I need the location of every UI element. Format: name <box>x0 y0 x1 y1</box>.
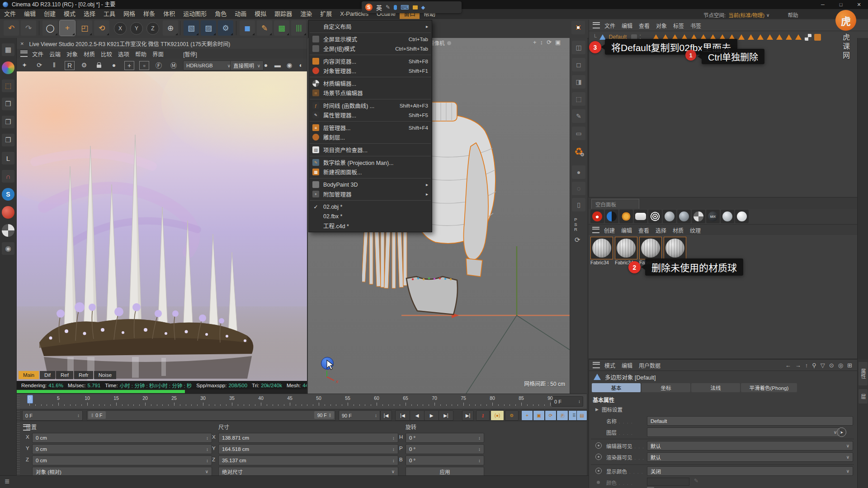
sphere-pair-icon[interactable]: ◉ <box>2 242 14 255</box>
polygon-selection-tag[interactable] <box>748 34 754 40</box>
menu-item-02.fbx *[interactable]: 02.fbx * <box>309 211 432 221</box>
select-显示颜色[interactable]: 关闭∨ <box>647 466 853 476</box>
puzzle-icon[interactable]: ◆ <box>421 5 425 10</box>
om-menu-对象[interactable]: 对象 <box>656 22 667 29</box>
box-stack-icon[interactable]: ❒ <box>2 98 14 110</box>
box2-icon[interactable]: ❒ <box>2 116 14 128</box>
tab-平滑着色(Phong)[interactable]: 平滑着色(Phong) <box>741 383 797 392</box>
menu-扩展[interactable]: 扩展 <box>316 9 336 19</box>
material-thumbnail[interactable] <box>664 237 686 259</box>
mic-icon[interactable] <box>394 5 397 10</box>
menu-动画[interactable]: 动画 <box>231 9 250 19</box>
camera-material-icon[interactable] <box>590 210 604 223</box>
checker-sphere-icon[interactable] <box>692 210 705 223</box>
paint-icon[interactable] <box>2 206 14 219</box>
sogou-icon[interactable]: S <box>365 4 373 11</box>
blank-panel-tab[interactable]: 空白面板 <box>591 199 639 209</box>
undo-icon[interactable]: ↶ <box>4 20 19 36</box>
mix-sphere-icon[interactable]: MIX <box>706 210 720 223</box>
coord-mode-select-1[interactable]: 绝对尺寸∨ <box>218 467 398 476</box>
settings-icon[interactable]: ⚙ <box>78 60 90 70</box>
record-key-button[interactable]: ⚷ <box>476 410 490 421</box>
checker-sphere-icon[interactable] <box>2 224 14 237</box>
spinner-icon[interactable]: ↕ <box>478 447 481 452</box>
coord-field-尺寸-X[interactable]: 138.871 cm↕ <box>218 433 398 443</box>
spinner-icon[interactable]: ↕ <box>206 458 208 463</box>
ruler-icon[interactable]: L <box>2 152 14 164</box>
redo-icon[interactable]: ↷ <box>21 20 36 36</box>
radio-dot[interactable] <box>595 454 602 460</box>
material-tag[interactable] <box>814 34 821 41</box>
menu-item-雕刻层...[interactable]: 雕刻层... <box>309 132 432 142</box>
next-frame-button[interactable]: ▶| <box>439 410 453 421</box>
coordinate-icon[interactable]: ⊕ <box>163 20 178 36</box>
menu-item-全屏(组)模式[interactable]: 全屏(组)模式Ctrl+Shift+Tab <box>309 44 432 53</box>
menu-模式[interactable]: 模式 <box>60 9 80 19</box>
menu-item-对象管理器...[interactable]: 对象管理器...Shift+F1 <box>309 66 432 75</box>
material-thumbnail[interactable] <box>639 237 662 259</box>
polygon-selection-tag[interactable] <box>738 34 745 40</box>
channel-tab-Noise[interactable]: Noise <box>94 371 116 379</box>
coord-field-位置-X[interactable]: 0 cm↕ <box>32 433 212 443</box>
toolbox-icon[interactable] <box>413 5 418 9</box>
render-mode-select[interactable]: 直接照明∨ <box>230 61 264 70</box>
tab-法线[interactable]: 法线 <box>691 383 740 392</box>
material-thumbnail[interactable] <box>615 237 637 259</box>
softbox-icon[interactable] <box>634 210 647 223</box>
menu-模拟[interactable]: 模拟 <box>250 9 270 19</box>
glass-sphere-icon[interactable] <box>721 210 734 223</box>
menu-item-数字绘景 (Projection Man)...[interactable]: ✎数字绘景 (Projection Man)... <box>309 158 432 167</box>
om-menu-书签[interactable]: 书签 <box>690 22 701 29</box>
white-sphere-icon[interactable] <box>735 210 749 223</box>
side-tab-层[interactable]: 层 <box>859 389 868 404</box>
plane-icon[interactable]: ▬ <box>272 60 283 70</box>
menu-工具[interactable]: 工具 <box>99 9 119 19</box>
coord-mode-select-0[interactable]: 对象 (相对)∨ <box>32 467 212 476</box>
strip-tool-icon-3[interactable]: ⬚ <box>572 92 585 106</box>
prev-key-button[interactable]: |◀ <box>395 410 410 421</box>
radio-dot[interactable] <box>595 468 602 474</box>
grey-sphere-icon[interactable] <box>663 210 676 223</box>
end-frame-spinner[interactable]: 90 F↕ <box>339 410 380 421</box>
lv-menu-文件[interactable]: 文件 <box>32 50 43 58</box>
om-menu-文件[interactable]: 文件 <box>604 22 615 29</box>
uv-dots-icon[interactable]: ⬚ <box>2 80 14 92</box>
snap-grid-icon[interactable]: ▦ <box>2 43 14 56</box>
attr-menu-用户数据[interactable]: 用户数据 <box>639 361 660 369</box>
octane-logo-icon[interactable]: ✦ <box>19 60 30 70</box>
coord-field-旋转-H[interactable]: 0 °↕ <box>406 433 484 443</box>
prev-frame-button[interactable]: ◀ <box>410 410 425 421</box>
checker-tag[interactable] <box>805 34 811 41</box>
pause-render-icon[interactable]: ‖ <box>48 60 60 70</box>
mesh-icon[interactable]: ● <box>260 60 272 70</box>
strip-extra-icon-0[interactable]: ● <box>572 165 585 179</box>
mat-menu-查看[interactable]: 查看 <box>638 226 649 234</box>
spinner-icon[interactable]: ↕ <box>392 447 395 452</box>
array-icon[interactable]: ||| <box>291 20 307 36</box>
burger-icon[interactable] <box>592 227 599 233</box>
menu-item-层管理器...[interactable]: ≡层管理器...Shift+F4 <box>309 123 432 132</box>
material-item[interactable]: Fabric34 <box>590 237 613 265</box>
radio-dot[interactable] <box>595 442 602 449</box>
move-icon[interactable]: + <box>60 20 75 36</box>
hem-piece[interactable] <box>406 277 458 314</box>
menu-文件[interactable]: 文件 <box>0 9 20 19</box>
goto-end-button[interactable]: ▶| <box>462 410 474 421</box>
sphere-icon[interactable]: ● <box>108 60 120 70</box>
help-menu[interactable]: 帮助 <box>788 11 798 19</box>
strip-tool-icon-0[interactable]: ◫ <box>572 41 585 54</box>
pause-indicator[interactable]: [暂停] <box>183 50 197 58</box>
channel-tab-Refr[interactable]: Refr <box>74 371 93 379</box>
pen-icon[interactable]: ✎ <box>386 4 390 10</box>
small-box-icon[interactable]: ▫ <box>139 61 149 70</box>
minimize-button[interactable]: ─ <box>814 0 832 9</box>
rotate-icon[interactable]: ⟲ <box>94 20 109 36</box>
icon-settings-row[interactable]: ▶ 图标设置 <box>595 406 623 413</box>
polygon-selection-tag[interactable] <box>795 34 802 40</box>
current-frame-spinner[interactable]: 0 F↕ <box>22 410 83 421</box>
search-icon[interactable]: ⚲ <box>812 362 816 369</box>
refresh-icon[interactable]: ⟳ <box>575 236 580 244</box>
lock-icon[interactable] <box>93 60 105 70</box>
menu-渲染[interactable]: 渲染 <box>296 9 316 19</box>
menu-item-材质编辑器...[interactable]: 材质编辑器... <box>309 79 432 88</box>
